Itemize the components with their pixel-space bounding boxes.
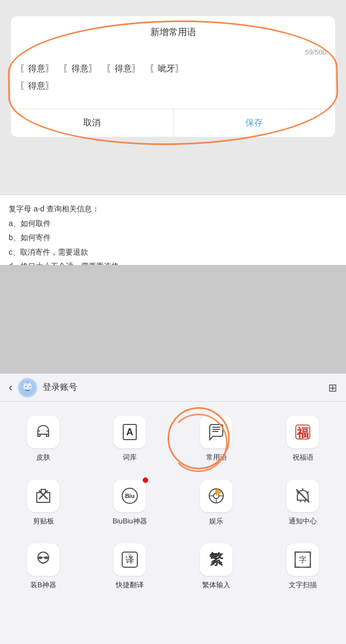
svg-rect-27 — [38, 556, 42, 559]
tool-entertainment[interactable]: 娱乐 — [173, 471, 260, 535]
scan-icon: 字 — [287, 543, 319, 576]
biubiu-label: BiuBiu神器 — [112, 516, 147, 526]
tool-common[interactable]: 常用语 — [173, 407, 260, 471]
badge-dot — [143, 477, 148, 483]
tool-clipboard[interactable]: 剪贴板 — [0, 471, 86, 535]
cancel-button[interactable]: 取消 — [11, 109, 174, 137]
traditional-icon: 繁 — [200, 543, 232, 576]
keyboard-panel: ‹ 登录账号 ⊞ — [0, 374, 346, 644]
svg-text:字: 字 — [299, 555, 307, 564]
traditional-label: 繁体输入 — [202, 580, 230, 590]
zhuangb-label: 装B神器 — [30, 580, 56, 590]
biubiu-icon: Biu — [114, 480, 146, 512]
char-count: 59/500 — [305, 48, 327, 56]
tool-skin[interactable]: 皮肤 — [0, 407, 86, 471]
blessing-icon: 福 — [287, 416, 319, 448]
tool-wordlib[interactable]: A 词库 — [86, 407, 173, 471]
zhuangb-icon — [27, 543, 59, 576]
svg-text:繁: 繁 — [209, 551, 224, 567]
tool-notify[interactable]: 通知中心 — [260, 471, 346, 535]
skin-label: 皮肤 — [36, 453, 50, 462]
tools-grid: 皮肤 A 词库 常用语 — [0, 402, 346, 604]
tool-translate[interactable]: 译 )) 快捷翻译 — [86, 535, 173, 599]
svg-text:)): )) — [128, 553, 131, 559]
svg-rect-28 — [44, 556, 48, 559]
dialog-title: 新增常用语 — [11, 16, 335, 44]
dialog-content-area: 59/500 〖得意〗 〖得意〗 〖得意〗 〖呲牙〗 〖得意〗 — [11, 44, 335, 109]
tool-traditional[interactable]: 繁 繁体输入 — [173, 535, 260, 599]
entertainment-label: 娱乐 — [209, 516, 223, 526]
clipboard-label: 剪贴板 — [33, 516, 54, 526]
chat-content: 复字母 a-d 查询相关信息： a、如何取件 b、如何寄件 c、取消寄件，需要退… — [0, 195, 346, 265]
blessing-label: 祝福语 — [292, 453, 314, 462]
save-button[interactable]: 保存 — [174, 109, 336, 137]
notify-label: 通知中心 — [289, 516, 317, 526]
translate-icon: 译 )) — [114, 543, 146, 576]
grid-icon[interactable]: ⊞ — [328, 381, 337, 394]
scan-label: 文字扫描 — [289, 580, 317, 590]
tool-biubiu[interactable]: Biu BiuBiu神器 — [86, 471, 173, 535]
back-button[interactable]: ‹ — [9, 381, 12, 395]
wordlib-icon: A — [114, 416, 146, 448]
entertainment-icon — [200, 480, 232, 512]
svg-text:福: 福 — [296, 426, 309, 440]
tool-blessing[interactable]: 福 祝福语 — [260, 407, 346, 471]
wordlib-label: 词库 — [123, 453, 137, 462]
notify-icon — [287, 480, 319, 512]
tool-zhuangb[interactable]: 装B神器 — [0, 535, 86, 599]
keyboard-header: ‹ 登录账号 ⊞ — [0, 374, 346, 402]
phrase-text[interactable]: 〖得意〗 〖得意〗 〖得意〗 〖呲牙〗 〖得意〗 — [19, 49, 327, 95]
common-icon — [200, 416, 232, 448]
chat-text: 复字母 a-d 查询相关信息： a、如何取件 b、如何寄件 c、取消寄件，需要退… — [9, 202, 337, 265]
svg-text:Biu: Biu — [125, 493, 135, 499]
add-phrase-dialog: 新增常用语 59/500 〖得意〗 〖得意〗 〖得意〗 〖呲牙〗 〖得意〗 取消… — [11, 16, 335, 137]
translate-label: 快捷翻译 — [116, 580, 144, 590]
skin-icon — [27, 416, 59, 448]
svg-point-4 — [25, 386, 26, 387]
common-label: 常用语 — [206, 453, 227, 462]
account-label: 登录账号 — [43, 382, 328, 393]
account-avatar — [18, 378, 37, 397]
clipboard-icon — [27, 480, 59, 512]
svg-text:A: A — [127, 427, 134, 437]
dialog-actions: 取消 保存 — [11, 109, 335, 137]
svg-point-5 — [30, 386, 31, 387]
tool-scan[interactable]: 字 文字扫描 — [260, 535, 346, 599]
